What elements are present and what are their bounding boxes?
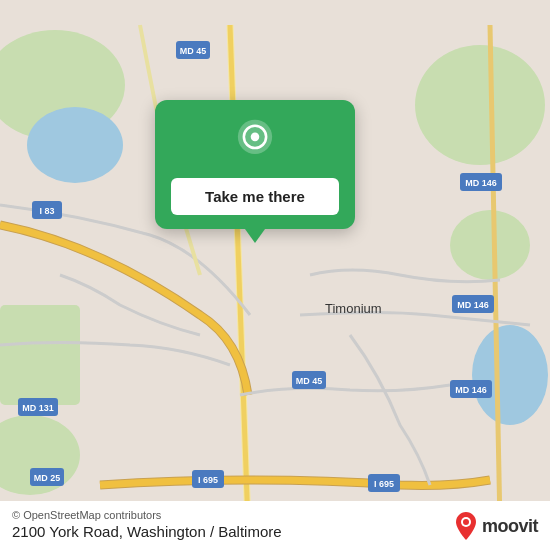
moovit-pin-icon	[454, 512, 478, 540]
svg-rect-4	[0, 305, 80, 405]
svg-point-33	[463, 519, 469, 525]
svg-text:I 83: I 83	[39, 206, 54, 216]
svg-point-3	[450, 210, 530, 280]
svg-text:MD 25: MD 25	[34, 473, 61, 483]
svg-text:I 695: I 695	[374, 479, 394, 489]
moovit-logo: moovit	[454, 512, 538, 540]
svg-text:Timonium: Timonium	[325, 301, 382, 316]
svg-text:MD 45: MD 45	[180, 46, 207, 56]
svg-text:MD 146: MD 146	[457, 300, 489, 310]
svg-text:MD 45: MD 45	[296, 376, 323, 386]
svg-point-31	[251, 133, 260, 142]
svg-point-6	[27, 107, 123, 183]
location-pin-icon	[231, 118, 279, 166]
svg-text:MD 131: MD 131	[22, 403, 54, 413]
svg-point-7	[472, 325, 548, 425]
svg-point-2	[415, 45, 545, 165]
svg-text:MD 146: MD 146	[465, 178, 497, 188]
map-background: MD 45 MD 45 MD 146 MD 146 MD 146 I 83 I …	[0, 0, 550, 550]
moovit-brand-text: moovit	[482, 516, 538, 537]
map-container: MD 45 MD 45 MD 146 MD 146 MD 146 I 83 I …	[0, 0, 550, 550]
popup-card: Take me there	[155, 100, 355, 229]
svg-text:I 695: I 695	[198, 475, 218, 485]
take-me-there-button[interactable]: Take me there	[171, 178, 339, 215]
svg-text:MD 146: MD 146	[455, 385, 487, 395]
